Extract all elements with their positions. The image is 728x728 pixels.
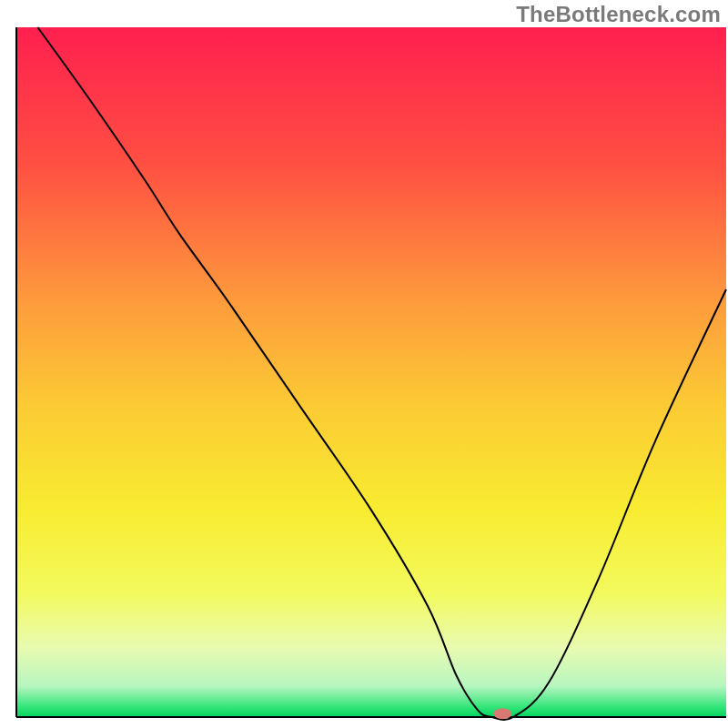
bottleneck-chart bbox=[0, 0, 728, 728]
optimum-marker bbox=[493, 708, 511, 719]
chart-container: { "watermark": "TheBottleneck.com", "cha… bbox=[0, 0, 728, 728]
plot-background bbox=[16, 27, 726, 717]
watermark-text: TheBottleneck.com bbox=[516, 2, 721, 27]
